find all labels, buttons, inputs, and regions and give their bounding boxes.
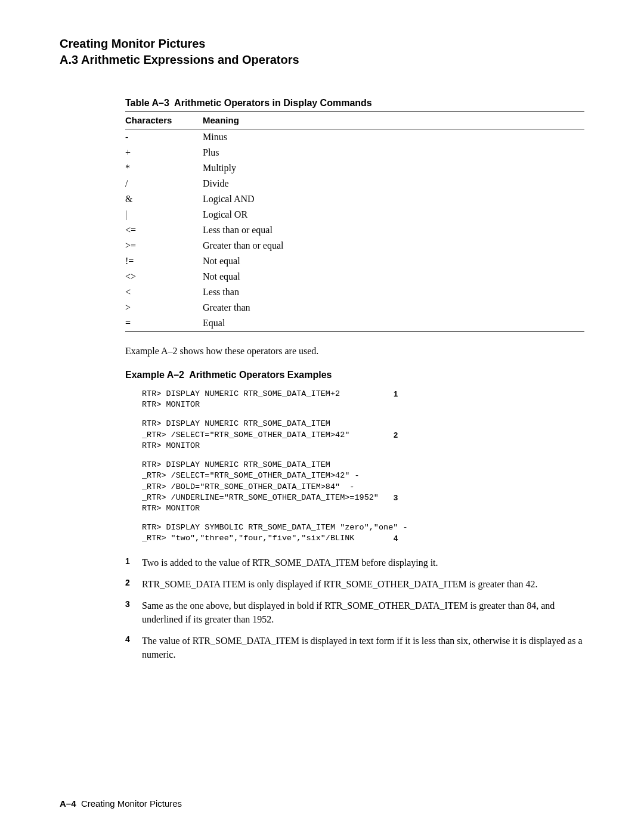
cell-character: | bbox=[125, 207, 203, 222]
code-annotation: 3 bbox=[394, 493, 398, 503]
note-number: 3 bbox=[125, 599, 142, 626]
cell-character: <= bbox=[125, 222, 203, 238]
heading-line-2: A.3 Arithmetic Expressions and Operators bbox=[60, 52, 590, 68]
code-block: RTR> DISPLAY NUMERIC RTR_SOME_DATA_ITEM+… bbox=[142, 389, 584, 544]
page-heading: Creating Monitor Pictures A.3 Arithmetic… bbox=[60, 36, 590, 68]
code-line: _RTR> "two","three","four,"five","six"/B… bbox=[142, 533, 584, 544]
cell-character: < bbox=[125, 284, 203, 300]
code-text: RTR> MONITOR bbox=[142, 400, 386, 410]
footer-section: Creating Monitor Pictures bbox=[81, 798, 182, 809]
note-number: 4 bbox=[125, 634, 142, 661]
table-row: -Minus bbox=[125, 129, 584, 145]
table-row: +Plus bbox=[125, 145, 584, 160]
code-text: _RTR> /BOLD="RTR_SOME_OTHER_DATA_ITEM>84… bbox=[142, 482, 386, 493]
code-annotation: 4 bbox=[394, 533, 398, 544]
code-group: RTR> DISPLAY NUMERIC RTR_SOME_DATA_ITEM+… bbox=[142, 389, 584, 410]
cell-meaning: Not equal bbox=[203, 253, 584, 269]
cell-character: & bbox=[125, 191, 203, 207]
cell-character: <> bbox=[125, 269, 203, 284]
note-text: Two is added to the value of RTR_SOME_DA… bbox=[142, 556, 584, 569]
cell-meaning: Equal bbox=[203, 315, 584, 332]
heading-line-1: Creating Monitor Pictures bbox=[60, 36, 590, 52]
table-caption: Table A–3 Arithmetic Operators in Displa… bbox=[125, 98, 584, 109]
list-item: 3Same as the one above, but displayed in… bbox=[125, 599, 584, 626]
cell-meaning: Minus bbox=[203, 129, 584, 145]
table-row: >=Greater than or equal bbox=[125, 238, 584, 253]
example-label: Example A–2 bbox=[125, 370, 184, 380]
code-text: RTR> DISPLAY NUMERIC RTR_SOME_DATA_ITEM+… bbox=[142, 389, 386, 400]
table-row: <=Less than or equal bbox=[125, 222, 584, 238]
example-title-text: Arithmetic Operators Examples bbox=[189, 370, 332, 380]
code-line: RTR> DISPLAY SYMBOLIC RTR_SOME_DATA_ITEM… bbox=[142, 522, 584, 533]
page-footer: A–4 Creating Monitor Pictures bbox=[60, 798, 590, 809]
cell-character: != bbox=[125, 253, 203, 269]
code-line: RTR> MONITOR bbox=[142, 441, 584, 451]
cell-character: - bbox=[125, 129, 203, 145]
table-row: /Divide bbox=[125, 176, 584, 191]
note-number: 1 bbox=[125, 556, 142, 569]
code-text: RTR> DISPLAY NUMERIC RTR_SOME_DATA_ITEM bbox=[142, 419, 386, 429]
code-text: _RTR> "two","three","four,"five","six"/B… bbox=[142, 533, 386, 544]
code-line: RTR> DISPLAY NUMERIC RTR_SOME_DATA_ITEM bbox=[142, 419, 584, 429]
code-text: RTR> DISPLAY SYMBOLIC RTR_SOME_DATA_ITEM… bbox=[142, 522, 408, 533]
cell-meaning: Divide bbox=[203, 176, 584, 191]
table-row: >Greater than bbox=[125, 300, 584, 315]
code-text: RTR> DISPLAY NUMERIC RTR_SOME_DATA_ITEM bbox=[142, 460, 386, 470]
code-text: _RTR> /SELECT="RTR_SOME_OTHER_DATA_ITEM>… bbox=[142, 470, 386, 481]
cell-meaning: Not equal bbox=[203, 269, 584, 284]
code-line: RTR> DISPLAY NUMERIC RTR_SOME_DATA_ITEM+… bbox=[142, 389, 584, 400]
table-row: <Less than bbox=[125, 284, 584, 300]
cell-meaning: Logical AND bbox=[203, 191, 584, 207]
code-annotation: 1 bbox=[394, 389, 398, 400]
table-row: !=Not equal bbox=[125, 253, 584, 269]
cell-character: > bbox=[125, 300, 203, 315]
table-caption-title: Arithmetic Operators in Display Commands bbox=[174, 98, 372, 108]
cell-character: = bbox=[125, 315, 203, 332]
note-number: 2 bbox=[125, 578, 142, 591]
code-line: _RTR> /SELECT="RTR_SOME_OTHER_DATA_ITEM>… bbox=[142, 430, 584, 441]
list-item: 2RTR_SOME_DATA ITEM is only displayed if… bbox=[125, 578, 584, 591]
code-line: _RTR> /UNDERLINE="RTR_SOME_OTHER_DATA_IT… bbox=[142, 493, 584, 503]
cell-character: + bbox=[125, 145, 203, 160]
table-row: =Equal bbox=[125, 315, 584, 332]
code-annotation: 2 bbox=[394, 430, 398, 441]
code-group: RTR> DISPLAY NUMERIC RTR_SOME_DATA_ITEM_… bbox=[142, 419, 584, 451]
code-line: RTR> MONITOR bbox=[142, 503, 584, 514]
note-text: Same as the one above, but displayed in … bbox=[142, 599, 584, 626]
notes-list: 1Two is added to the value of RTR_SOME_D… bbox=[125, 556, 584, 661]
cell-character: / bbox=[125, 176, 203, 191]
paragraph-intro: Example A–2 shows how these operators ar… bbox=[125, 346, 584, 357]
code-line: _RTR> /SELECT="RTR_SOME_OTHER_DATA_ITEM>… bbox=[142, 470, 584, 481]
page-number: A–4 bbox=[60, 798, 76, 809]
col-header-characters: Characters bbox=[125, 112, 203, 129]
operators-table: Characters Meaning -Minus+Plus*Multiply/… bbox=[125, 111, 584, 332]
cell-meaning: Less than bbox=[203, 284, 584, 300]
table-row: <>Not equal bbox=[125, 269, 584, 284]
cell-character: >= bbox=[125, 238, 203, 253]
cell-meaning: Logical OR bbox=[203, 207, 584, 222]
code-text: RTR> MONITOR bbox=[142, 441, 386, 451]
cell-meaning: Plus bbox=[203, 145, 584, 160]
table-row: |Logical OR bbox=[125, 207, 584, 222]
code-group: RTR> DISPLAY SYMBOLIC RTR_SOME_DATA_ITEM… bbox=[142, 522, 584, 544]
col-header-meaning: Meaning bbox=[203, 112, 584, 129]
code-line: RTR> MONITOR bbox=[142, 400, 584, 410]
list-item: 1Two is added to the value of RTR_SOME_D… bbox=[125, 556, 584, 569]
table-caption-label: Table A–3 bbox=[125, 98, 169, 108]
code-group: RTR> DISPLAY NUMERIC RTR_SOME_DATA_ITEM_… bbox=[142, 460, 584, 514]
code-line: _RTR> /BOLD="RTR_SOME_OTHER_DATA_ITEM>84… bbox=[142, 482, 584, 493]
note-text: The value of RTR_SOME_DATA_ITEM is displ… bbox=[142, 634, 584, 661]
cell-meaning: Greater than bbox=[203, 300, 584, 315]
cell-meaning: Multiply bbox=[203, 160, 584, 176]
note-text: RTR_SOME_DATA ITEM is only displayed if … bbox=[142, 578, 584, 591]
cell-meaning: Less than or equal bbox=[203, 222, 584, 238]
code-line: RTR> DISPLAY NUMERIC RTR_SOME_DATA_ITEM bbox=[142, 460, 584, 470]
table-row: &Logical AND bbox=[125, 191, 584, 207]
code-text: _RTR> /UNDERLINE="RTR_SOME_OTHER_DATA_IT… bbox=[142, 493, 386, 503]
example-caption: Example A–2 Arithmetic Operators Example… bbox=[125, 370, 584, 380]
list-item: 4The value of RTR_SOME_DATA_ITEM is disp… bbox=[125, 634, 584, 661]
code-text: RTR> MONITOR bbox=[142, 503, 386, 514]
cell-character: * bbox=[125, 160, 203, 176]
table-row: *Multiply bbox=[125, 160, 584, 176]
code-text: _RTR> /SELECT="RTR_SOME_OTHER_DATA_ITEM>… bbox=[142, 430, 386, 441]
